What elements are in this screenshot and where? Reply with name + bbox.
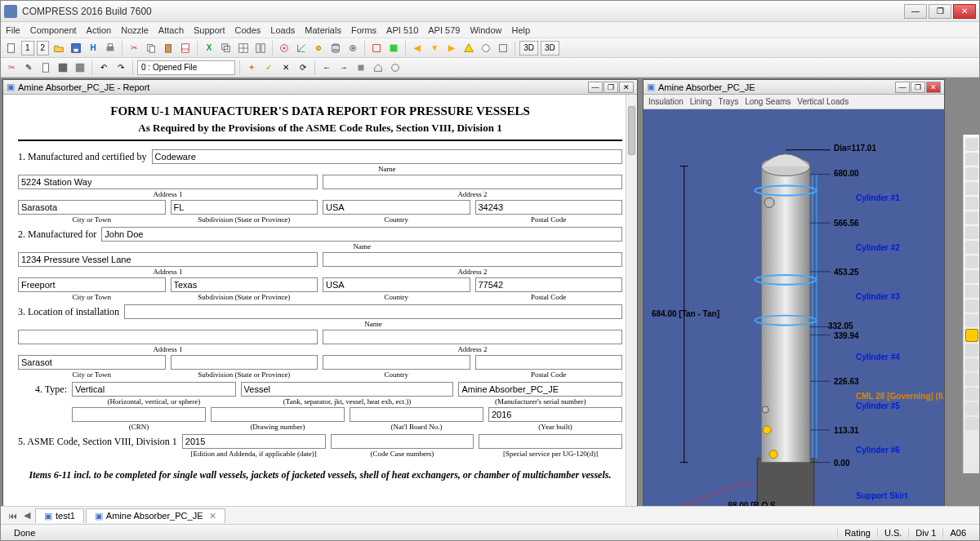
save-icon[interactable] [69, 41, 83, 55]
q3-state-input[interactable] [171, 355, 318, 370]
vtab-longseams[interactable]: Long Seams [745, 97, 791, 106]
disk-icon[interactable] [73, 60, 87, 75]
wire-icon[interactable] [369, 41, 384, 55]
cut-icon[interactable]: ✂ [127, 41, 141, 55]
cancel-icon[interactable]: ✕ [278, 60, 293, 75]
refresh-icon[interactable]: ⟳ [296, 60, 310, 75]
q4-dwg-input[interactable] [211, 407, 345, 422]
palette-skirt-icon[interactable] [965, 270, 978, 283]
save2-icon[interactable] [56, 60, 70, 75]
redo-icon[interactable]: ↷ [114, 60, 128, 75]
menu-help[interactable]: Help [512, 25, 531, 35]
q1-addr2-input[interactable] [323, 175, 622, 189]
arrow-down-icon[interactable]: ▼ [427, 41, 442, 55]
q2-city-input[interactable] [18, 277, 166, 292]
new-icon[interactable] [4, 41, 19, 55]
viewer-minimize[interactable]: ― [895, 82, 910, 93]
palette-leg-icon[interactable] [965, 388, 978, 401]
q4-serial-input[interactable] [458, 382, 622, 397]
q1-zip-input[interactable] [475, 200, 623, 215]
q2-state-input[interactable] [171, 277, 318, 292]
q4-natl-input[interactable] [350, 407, 483, 422]
q3-zip-input[interactable] [475, 355, 623, 370]
palette-disc-icon[interactable] [965, 241, 978, 254]
menu-api579[interactable]: API 579 [428, 25, 460, 35]
help-icon[interactable]: H [86, 41, 100, 55]
q5-special-input[interactable] [479, 434, 622, 449]
palette-saddle-icon[interactable] [965, 358, 978, 371]
viewer-3d[interactable]: Dia=117.01 684.00 [Tan - Tan] -98.00 [B.… [644, 109, 944, 506]
btn-1[interactable]: 1 [21, 41, 34, 55]
palette-tube-icon[interactable] [965, 299, 978, 313]
tab-test1[interactable]: ▣test1 [35, 508, 84, 523]
print-icon[interactable] [103, 41, 118, 55]
q2-name-input[interactable] [101, 227, 622, 242]
q5-year-input[interactable] [182, 434, 326, 449]
q5-codecase-input[interactable] [331, 434, 474, 449]
q3-addr1-input[interactable] [18, 330, 318, 344]
menu-component[interactable]: Component [30, 25, 77, 35]
solid-icon[interactable] [386, 41, 401, 55]
menu-window[interactable]: Window [470, 25, 501, 35]
btn-2[interactable]: 2 [37, 41, 50, 55]
viewer-close[interactable]: ✕ [926, 82, 941, 93]
warning-icon[interactable] [461, 41, 476, 55]
q1-country-input[interactable] [323, 200, 470, 215]
q3-addr2-input[interactable] [323, 330, 622, 344]
report-minimize[interactable]: ― [588, 82, 603, 93]
menu-attach[interactable]: Attach [158, 25, 184, 35]
node-icon[interactable] [311, 41, 326, 55]
wand-icon[interactable]: ✦ [244, 60, 259, 75]
arrow-left-icon[interactable]: ◀ [410, 41, 425, 55]
palette-ring-icon[interactable] [965, 226, 978, 239]
tab-nav-prev[interactable]: ◀ [20, 510, 33, 521]
palette-ellipse-icon[interactable] [965, 153, 978, 166]
q1-city-input[interactable] [18, 200, 166, 215]
palette-head-icon[interactable] [965, 138, 978, 151]
doc-icon[interactable] [38, 60, 53, 75]
q4-orient-input[interactable] [72, 382, 236, 397]
nav-right-icon[interactable]: → [336, 60, 351, 75]
close-button[interactable]: ✕ [953, 4, 976, 19]
axis-icon[interactable] [294, 41, 309, 55]
scissors-icon[interactable]: ✂ [4, 60, 19, 75]
tab-nav-first[interactable]: ⏮ [6, 511, 19, 521]
tab-amine[interactable]: ▣Amine Absorber_PC_JE✕ [86, 508, 226, 523]
report-close[interactable]: ✕ [619, 82, 634, 93]
copy-icon[interactable] [144, 41, 158, 55]
cog-icon[interactable] [345, 41, 360, 55]
menu-nozzle[interactable]: Nozzle [121, 25, 149, 35]
q1-addr1-input[interactable] [18, 175, 318, 189]
palette-clip-icon[interactable] [965, 402, 978, 415]
table-icon[interactable] [236, 41, 251, 55]
maximize-button[interactable]: ❐ [929, 4, 951, 19]
q4-crn-input[interactable] [72, 407, 206, 422]
3d-button-2[interactable]: 3D [541, 41, 559, 55]
globe-icon[interactable] [388, 60, 403, 75]
q3-name-input[interactable] [124, 304, 622, 319]
nav-left-icon[interactable]: ← [319, 60, 334, 75]
pdf-icon[interactable]: PDF [178, 41, 193, 55]
3d-button-1[interactable]: 3D [519, 41, 538, 55]
q1-state-input[interactable] [171, 200, 318, 215]
home-icon[interactable] [371, 60, 385, 75]
circle-icon[interactable] [479, 41, 493, 55]
vtab-insulation[interactable]: Insulation [648, 97, 684, 106]
q2-zip-input[interactable] [475, 277, 623, 292]
palette-bolt-icon[interactable] [965, 314, 978, 327]
q4-year-input[interactable] [488, 407, 622, 422]
menu-file[interactable]: File [6, 25, 20, 35]
palette-support-icon[interactable] [965, 344, 978, 357]
menu-action[interactable]: Action [87, 25, 112, 35]
q2-addr1-input[interactable] [18, 252, 318, 267]
excel-icon[interactable]: X [202, 41, 216, 55]
menu-codes[interactable]: Codes [235, 25, 261, 35]
paste-icon[interactable] [161, 41, 176, 55]
target-icon[interactable] [277, 41, 292, 55]
palette-misc-icon[interactable] [965, 417, 978, 430]
menu-forms[interactable]: Forms [351, 25, 376, 35]
vtab-trays[interactable]: Trays [719, 97, 739, 106]
q1-name-input[interactable] [152, 149, 622, 164]
undo-icon[interactable]: ↶ [96, 60, 111, 75]
q4-type-input[interactable] [241, 382, 454, 397]
